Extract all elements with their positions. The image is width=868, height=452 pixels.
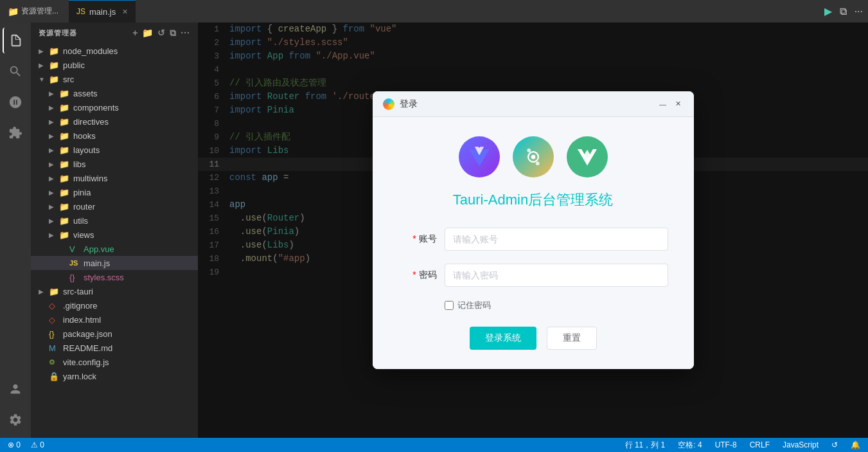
tree-item-readme[interactable]: ▶ M README.md	[31, 341, 198, 355]
folder-icon: 📁	[59, 216, 71, 226]
status-bar-left: ⊗ 0 ⚠ 0	[5, 440, 47, 449]
collapse-arrow: ▶	[49, 132, 59, 140]
extensions-activity-icon[interactable]	[3, 120, 28, 146]
more-actions-icon[interactable]: ···	[855, 6, 863, 17]
tree-item-gitignore[interactable]: ▶ ◇ .gitignore	[31, 298, 198, 312]
modal-titlebar: 登录 — ✕	[373, 91, 694, 117]
collapse-arrow: ▶	[49, 161, 59, 168]
account-form-group: 账号	[398, 228, 668, 251]
tree-item-directives[interactable]: ▶ 📁 directives	[31, 114, 198, 129]
modal-body: Tauri-Admin后台管理系统 账号 密码 记住密码	[373, 117, 694, 369]
tree-item-pinia[interactable]: ▶ 📁 pinia	[31, 185, 198, 199]
editor-area[interactable]: 1 import { createApp } from "vue" 2 impo…	[198, 23, 868, 438]
files-icon: 📁	[8, 6, 19, 17]
tree-item-styles-scss[interactable]: ▶ {} styles.scss	[31, 270, 198, 284]
account-activity-icon[interactable]	[3, 376, 28, 402]
tree-item-app-vue[interactable]: ▶ V App.vue	[31, 242, 198, 256]
run-icon[interactable]: ▶	[824, 5, 832, 17]
tree-item-vite-config[interactable]: ▶ ⚙ vite.config.js	[31, 355, 198, 369]
explorer-activity-icon[interactable]	[3, 28, 28, 53]
git-file-icon: ◇	[49, 301, 60, 311]
tree-item-hooks[interactable]: ▶ 📁 hooks	[31, 129, 198, 143]
lock-file-icon: 🔒	[49, 372, 60, 381]
tree-item-yarn-lock[interactable]: ▶ 🔒 yarn.lock	[31, 369, 198, 383]
svg-point-1	[531, 155, 535, 159]
modal-title: 登录	[400, 98, 418, 110]
explorer-title: 📁 资源管理...	[5, 6, 58, 17]
tree-item-index-html[interactable]: ▶ ◇ index.html	[31, 312, 198, 327]
tree-item-node-modules[interactable]: ▶ 📁 node_modules	[31, 44, 198, 58]
collapse-arrow: ▶	[49, 147, 59, 154]
titlebar: 📁 资源管理... JS main.js ✕ ▶ ⧉ ···	[0, 0, 868, 23]
svg-point-2	[527, 149, 531, 152]
json-file-icon: {}	[49, 329, 60, 339]
tree-item-layouts[interactable]: ▶ 📁 layouts	[31, 143, 198, 157]
collapse-arrow: ▶	[39, 62, 49, 69]
status-bell[interactable]: 🔔	[848, 440, 863, 449]
status-spaces[interactable]: 空格: 4	[675, 440, 704, 451]
form-buttons: 登录系统 重置	[398, 327, 668, 350]
account-input[interactable]	[445, 228, 668, 251]
status-bar-right: 行 11，列 1 空格: 4 UTF-8 CRLF JavaScript ↺ 🔔	[623, 440, 863, 451]
tree-item-components[interactable]: ▶ 📁 components	[31, 100, 198, 114]
vite-logo	[459, 136, 500, 177]
modal-close-button[interactable]: ✕	[673, 99, 684, 109]
tree-item-main-js[interactable]: ▶ JS main.js	[31, 256, 198, 270]
tree-item-libs[interactable]: ▶ 📁 libs	[31, 157, 198, 171]
search-activity-icon[interactable]	[3, 59, 28, 84]
folder-icon: 📁	[49, 60, 60, 70]
source-control-activity-icon[interactable]	[3, 89, 28, 115]
js-file-icon: JS	[69, 259, 81, 267]
collapse-arrow: ▶	[49, 231, 59, 239]
folder-icon: 📁	[59, 103, 71, 113]
tree-item-router[interactable]: ▶ 📁 router	[31, 199, 198, 213]
login-button[interactable]: 登录系统	[470, 327, 536, 350]
tree-item-utils[interactable]: ▶ 📁 utils	[31, 213, 198, 228]
svg-point-3	[535, 161, 539, 165]
status-line-ending[interactable]: CRLF	[747, 440, 772, 449]
new-file-icon[interactable]: +	[132, 28, 138, 39]
password-input[interactable]	[445, 264, 668, 287]
tree-item-src-tauri[interactable]: ▶ 📁 src-tauri	[31, 284, 198, 298]
collapse-arrow: ▶	[39, 288, 49, 295]
status-errors[interactable]: ⊗ 0	[5, 440, 23, 449]
tree-item-public[interactable]: ▶ 📁 public	[31, 58, 198, 72]
more-icon[interactable]: ···	[181, 28, 190, 39]
sidebar-title-actions: + 📁 ↺ ⧉ ···	[132, 28, 190, 39]
password-label: 密码	[398, 269, 437, 281]
tab-main-js[interactable]: JS main.js ✕	[69, 0, 136, 23]
collapse-arrow: ▶	[49, 175, 59, 182]
folder-icon: 📁	[59, 188, 71, 197]
collapse-arrow: ▶	[39, 48, 49, 55]
status-language[interactable]: JavaScript	[780, 440, 821, 449]
tree-item-multiwins[interactable]: ▶ 📁 multiwins	[31, 171, 198, 185]
remember-label: 记住密码	[457, 300, 491, 311]
vue-logo	[567, 136, 608, 177]
tree-item-assets[interactable]: ▶ 📁 assets	[31, 86, 198, 100]
collapse-all-icon[interactable]: ⧉	[170, 28, 177, 39]
new-folder-icon[interactable]: 📁	[142, 28, 154, 39]
html-file-icon: ◇	[49, 315, 60, 325]
remember-checkbox[interactable]	[445, 301, 454, 310]
tab-close-button[interactable]: ✕	[122, 8, 128, 16]
sync-icon: ↺	[831, 440, 838, 449]
vue-file-icon: V	[69, 244, 81, 254]
folder-icon: 📁	[59, 89, 71, 98]
tree-item-views[interactable]: ▶ 📁 views	[31, 228, 198, 242]
tree-item-package-json[interactable]: ▶ {} package.json	[31, 327, 198, 341]
folder-icon: 📁	[59, 131, 71, 141]
status-warnings[interactable]: ⚠ 0	[28, 440, 47, 449]
status-sync[interactable]: ↺	[829, 440, 840, 449]
modal-overlay: 登录 — ✕	[198, 23, 868, 438]
status-encoding[interactable]: UTF-8	[713, 440, 740, 449]
tree-item-src[interactable]: ▼ 📁 src	[31, 72, 198, 86]
status-row-col[interactable]: 行 11，列 1	[623, 440, 668, 451]
refresh-icon[interactable]: ↺	[157, 28, 166, 39]
folder-icon: 📁	[59, 117, 71, 127]
modal-minimize-button[interactable]: —	[658, 99, 668, 109]
split-editor-icon[interactable]: ⧉	[840, 6, 847, 17]
settings-activity-icon[interactable]	[3, 407, 28, 433]
collapse-arrow: ▶	[49, 203, 59, 210]
modal-app-title: Tauri-Admin后台管理系统	[398, 190, 668, 210]
reset-button[interactable]: 重置	[547, 327, 597, 350]
